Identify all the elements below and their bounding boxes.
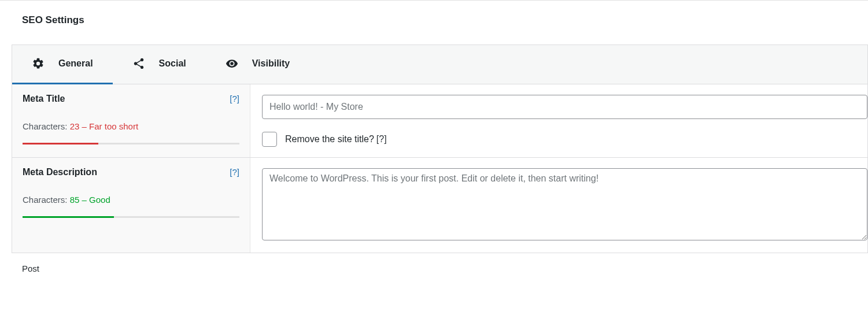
meta-title-label: Meta Title [23, 94, 65, 104]
meta-title-count: 23 – Far too short [70, 121, 138, 131]
remove-site-title-checkbox[interactable] [262, 132, 277, 147]
meta-title-progress-fill [23, 143, 98, 144]
meta-description-help[interactable]: [?] [230, 167, 239, 177]
footer-meta-title: Post [22, 264, 868, 273]
remove-site-title-label[interactable]: Remove the site title? [285, 134, 374, 144]
tab-general[interactable]: General [12, 45, 113, 84]
remove-site-title-row: Remove the site title? [?] [262, 132, 867, 147]
seo-meta-box: General Social Visibility Meta Title [?]… [12, 45, 868, 253]
gear-icon [32, 57, 45, 70]
meta-description-input[interactable] [262, 168, 867, 240]
meta-description-progress [23, 216, 239, 218]
tab-visibility[interactable]: Visibility [206, 45, 310, 84]
meta-title-characters: Characters: 23 – Far too short [23, 121, 239, 131]
meta-description-label: Meta Description [23, 167, 97, 177]
meta-title-input[interactable] [262, 95, 867, 119]
meta-description-input-cell [250, 158, 867, 253]
meta-description-label-cell: Meta Description [?] Characters: 85 – Go… [12, 158, 250, 253]
tab-general-label: General [58, 58, 93, 69]
meta-title-label-cell: Meta Title [?] Characters: 23 – Far too … [12, 84, 250, 157]
meta-title-progress [23, 143, 239, 144]
meta-title-help[interactable]: [?] [230, 94, 239, 103]
meta-description-count: 85 – Good [70, 195, 110, 205]
meta-description-progress-fill [23, 216, 114, 218]
tab-visibility-label: Visibility [252, 58, 290, 69]
share-icon [132, 57, 145, 70]
field-row-meta-description: Meta Description [?] Characters: 85 – Go… [12, 158, 867, 253]
meta-title-input-cell: Remove the site title? [?] [250, 84, 867, 157]
tab-social[interactable]: Social [113, 45, 206, 84]
tab-social-label: Social [159, 58, 186, 69]
characters-prefix: Characters: [23, 195, 70, 205]
tab-nav: General Social Visibility [12, 45, 867, 84]
characters-prefix: Characters: [23, 121, 70, 131]
remove-site-title-help[interactable]: [?] [376, 134, 387, 144]
meta-description-characters: Characters: 85 – Good [23, 195, 239, 205]
eye-icon [226, 57, 238, 70]
field-row-meta-title: Meta Title [?] Characters: 23 – Far too … [12, 84, 867, 158]
page-title: SEO Settings [0, 1, 868, 26]
